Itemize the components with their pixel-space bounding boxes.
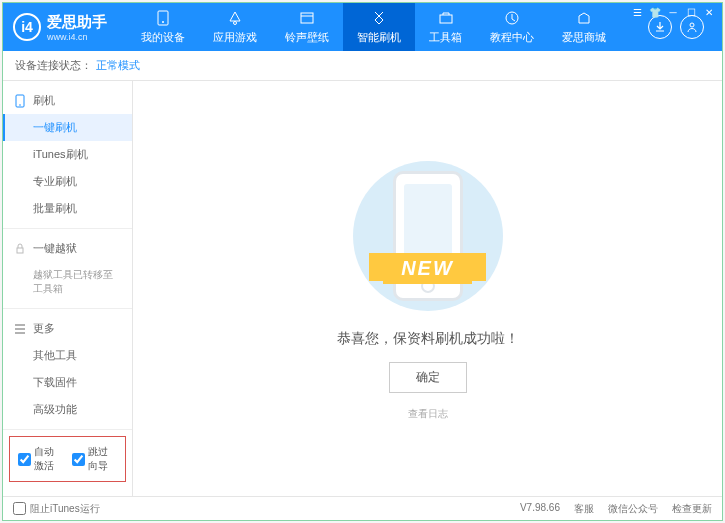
nav-icon-0 — [154, 9, 172, 27]
nav-icon-2 — [298, 9, 316, 27]
close-button[interactable]: ✕ — [702, 7, 716, 17]
status-bar: 设备连接状态： 正常模式 — [3, 51, 722, 81]
block-itunes-checkbox[interactable]: 阻止iTunes运行 — [13, 502, 100, 516]
sidebar-item-more-2[interactable]: 高级功能 — [3, 396, 132, 423]
list-icon — [13, 322, 27, 336]
phone-icon — [13, 94, 27, 108]
lock-icon — [13, 242, 27, 256]
svg-rect-4 — [440, 15, 452, 23]
svg-rect-9 — [17, 248, 23, 253]
download-button[interactable] — [648, 15, 672, 39]
nav-item-4[interactable]: 工具箱 — [415, 3, 476, 51]
svg-point-6 — [690, 23, 694, 27]
device-info[interactable]: iPhone 12 mini 64GB Down-12mini-13,1 — [3, 488, 132, 496]
nav-icon-5 — [503, 9, 521, 27]
ok-button[interactable]: 确定 — [389, 362, 467, 393]
user-button[interactable] — [680, 15, 704, 39]
skin-icon[interactable]: 👕 — [648, 7, 662, 17]
success-illustration: NEW — [333, 156, 523, 316]
sidebar-item-flash-1[interactable]: iTunes刷机 — [3, 141, 132, 168]
sidebar-group-more[interactable]: 更多 — [3, 315, 132, 342]
logo-icon: i4 — [13, 13, 41, 41]
footer-link-support[interactable]: 客服 — [574, 502, 594, 516]
menu-icon[interactable]: ☰ — [630, 7, 644, 17]
main-nav: 我的设备应用游戏铃声壁纸智能刷机工具箱教程中心爱思商城 — [127, 3, 648, 51]
titlebar: i4 爱思助手 www.i4.cn 我的设备应用游戏铃声壁纸智能刷机工具箱教程中… — [3, 3, 722, 51]
sidebar-item-more-0[interactable]: 其他工具 — [3, 342, 132, 369]
version-label: V7.98.66 — [520, 502, 560, 516]
status-value: 正常模式 — [96, 58, 140, 73]
nav-icon-1 — [226, 9, 244, 27]
maximize-button[interactable]: ☐ — [684, 7, 698, 17]
nav-item-0[interactable]: 我的设备 — [127, 3, 199, 51]
view-log-link[interactable]: 查看日志 — [408, 407, 448, 421]
svg-rect-3 — [301, 13, 313, 23]
sidebar-item-flash-2[interactable]: 专业刷机 — [3, 168, 132, 195]
sidebar-group-flash[interactable]: 刷机 — [3, 87, 132, 114]
nav-icon-6 — [575, 9, 593, 27]
nav-item-3[interactable]: 智能刷机 — [343, 3, 415, 51]
nav-item-6[interactable]: 爱思商城 — [548, 3, 620, 51]
footer-link-wechat[interactable]: 微信公众号 — [608, 502, 658, 516]
option-checkboxes: 自动激活 跳过向导 — [9, 436, 126, 482]
nav-icon-3 — [370, 9, 388, 27]
success-message: 恭喜您，保资料刷机成功啦！ — [337, 330, 519, 348]
footer-link-update[interactable]: 检查更新 — [672, 502, 712, 516]
svg-point-1 — [162, 21, 164, 23]
nav-item-1[interactable]: 应用游戏 — [199, 3, 271, 51]
new-ribbon: NEW — [383, 253, 472, 284]
footer: 阻止iTunes运行 V7.98.66 客服 微信公众号 检查更新 — [3, 496, 722, 520]
jailbreak-note: 越狱工具已转移至工具箱 — [3, 262, 132, 302]
skip-guide-checkbox[interactable]: 跳过向导 — [72, 445, 118, 473]
nav-item-2[interactable]: 铃声壁纸 — [271, 3, 343, 51]
svg-point-2 — [234, 22, 237, 25]
sidebar: 刷机 一键刷机iTunes刷机专业刷机批量刷机 一键越狱 越狱工具已转移至工具箱… — [3, 81, 133, 496]
sidebar-item-flash-0[interactable]: 一键刷机 — [3, 114, 132, 141]
minimize-button[interactable]: ─ — [666, 7, 680, 17]
app-url: www.i4.cn — [47, 32, 107, 42]
status-label: 设备连接状态： — [15, 58, 92, 73]
auto-activate-checkbox[interactable]: 自动激活 — [18, 445, 64, 473]
nav-icon-4 — [437, 9, 455, 27]
app-title: 爱思助手 — [47, 13, 107, 32]
main-content: NEW 恭喜您，保资料刷机成功啦！ 确定 查看日志 — [133, 81, 722, 496]
sidebar-group-jailbreak[interactable]: 一键越狱 — [3, 235, 132, 262]
svg-point-8 — [19, 104, 21, 106]
app-logo: i4 爱思助手 www.i4.cn — [13, 13, 107, 42]
window-controls: ☰ 👕 ─ ☐ ✕ — [630, 7, 716, 17]
nav-item-5[interactable]: 教程中心 — [476, 3, 548, 51]
sidebar-item-more-1[interactable]: 下载固件 — [3, 369, 132, 396]
sidebar-item-flash-3[interactable]: 批量刷机 — [3, 195, 132, 222]
